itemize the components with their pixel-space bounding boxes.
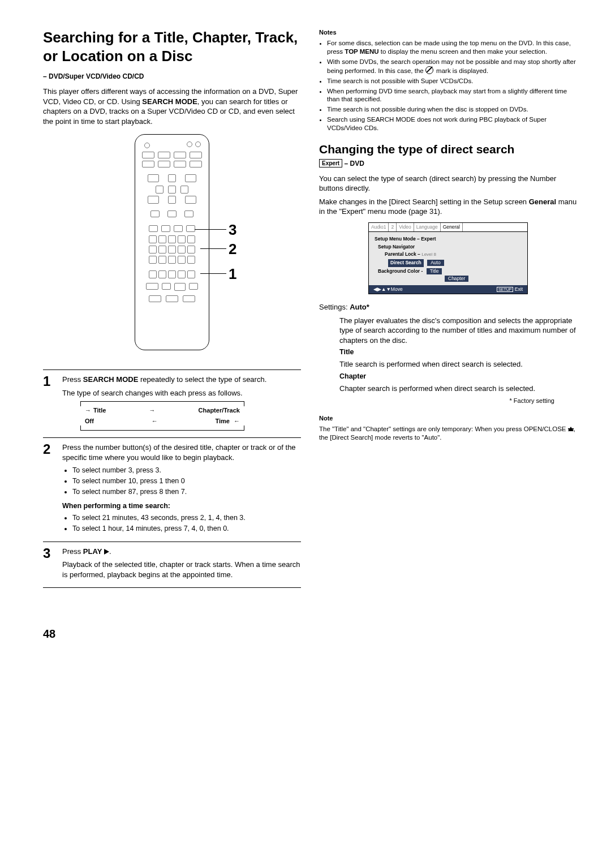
settings-line: Settings: Auto* <box>319 302 577 312</box>
remote-callout-1: 1 <box>229 264 236 284</box>
left-column: Searching for a Title, Chapter, Track, o… <box>43 28 301 592</box>
notes-list: For some discs, selection can be made us… <box>319 39 577 132</box>
remote-callout-2: 2 <box>229 239 236 259</box>
page-title: Searching for a Title, Chapter, Track, o… <box>43 28 301 65</box>
note-item: With some DVDs, the search operation may… <box>327 58 577 75</box>
remote-illustration: 3 2 1 <box>43 134 301 358</box>
note-item: Time search is not possible during when … <box>327 105 577 114</box>
search-cycle-diagram: Title → Chapter/Track Off ← Time <box>80 401 244 431</box>
right-column: Notes For some discs, selection can be m… <box>319 28 577 592</box>
play-icon <box>104 549 109 555</box>
remote-callout-3: 3 <box>229 220 236 240</box>
factory-setting-note: * Factory setting <box>319 397 554 405</box>
note-heading: Note <box>319 414 577 423</box>
note-item: When performing DVD time search, playbac… <box>327 87 577 104</box>
page-number: 48 <box>43 626 577 642</box>
disc-type-line: – DVD/Super VCD/Video CD/CD <box>43 72 301 81</box>
setup-screen-illustration: Audio1 2 Video Language General Setup Me… <box>319 222 577 294</box>
step-3: 3 Press PLAY . Playback of the selected … <box>43 547 301 583</box>
intro-paragraph: This player offers different ways of acc… <box>43 87 301 126</box>
step-1: 1 Press SEARCH MODE repeatedly to select… <box>43 375 301 433</box>
note-item: Time search is not possible with Super V… <box>327 77 577 85</box>
steps-list: 1 Press SEARCH MODE repeatedly to select… <box>43 369 301 588</box>
section-heading: Changing the type of direct search <box>319 141 577 157</box>
note-body: The "Title" and "Chapter" settings are o… <box>319 425 577 442</box>
expert-dvd-line: Expert – DVD <box>319 159 577 168</box>
notes-heading: Notes <box>319 28 577 37</box>
prohibit-icon <box>425 66 433 74</box>
step-2: 2 Press the number button(s) of the desi… <box>43 442 301 536</box>
note-item: For some discs, selection can be made us… <box>327 39 577 56</box>
note-item: Search using SEARCH MODE does not work d… <box>327 115 577 132</box>
